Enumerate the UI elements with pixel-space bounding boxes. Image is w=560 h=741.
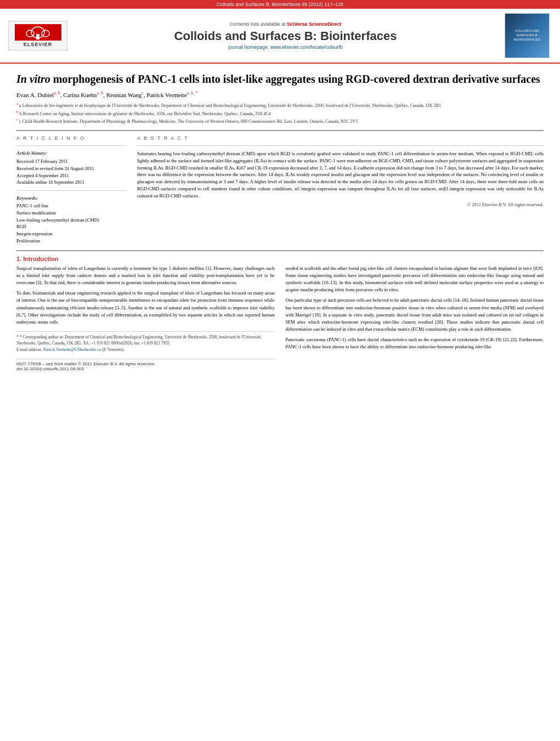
author3-name: , Rennian Wang (103, 92, 142, 98)
affil-c-text: c Child Health Research Institute, Depar… (19, 119, 358, 124)
article-info-column: A R T I C L E I N F O Article history: R… (16, 135, 126, 245)
email-person: (P. Vermette). (102, 347, 125, 352)
journal-center-info: Contents lists available at SciVerse Sci… (69, 21, 502, 50)
section1-title: 1. Introduction (16, 256, 544, 262)
keyword-3: Low-fouling carboxymethyl dextran (CMD) (16, 217, 126, 224)
keywords-label: Keywords: (16, 195, 126, 201)
author4-sup: a, b, * (187, 90, 198, 95)
keyword-5: Integrin expression (16, 230, 126, 237)
body-col-left: Surgical transplantation of islets of La… (16, 265, 275, 371)
main-divider (16, 130, 544, 131)
keyword-4: RGD (16, 223, 126, 230)
svg-point-3 (42, 30, 49, 37)
intro-para2: To date, biomaterials and tissue enginee… (16, 290, 275, 326)
available-date: Available online 16 September 2011 (16, 179, 126, 186)
elsevier-tree-icon (21, 26, 54, 39)
elsevier-logo-graphic (15, 24, 61, 41)
homepage-url: www.elsevier.com/locate/colsurfb (270, 44, 343, 50)
footnote-email: E-mail address: Patrick.Vermette@USherbr… (16, 347, 275, 353)
elsevier-logo: ELSEVIER (8, 21, 67, 50)
keyword-1: PANC-1 cell line (16, 202, 126, 210)
footnotes: * * Corresponding author at: Department … (16, 331, 275, 353)
journal-homepage: journal homepage: www.elsevier.com/locat… (69, 44, 502, 50)
journal-cover-image: COLLOIDS AND SURFACES B: BIOINTERFACES (505, 13, 550, 58)
footnote-star: * * Corresponding author at: Department … (16, 335, 275, 346)
authors-line: Evan A. Dubiela, b, Carina Kuehna, b, Re… (16, 90, 544, 98)
history-label: Article history: (16, 150, 126, 156)
affil-c: c c Child Health Research Institute, Dep… (16, 117, 544, 125)
svg-point-2 (26, 30, 34, 37)
journal-title: Colloids and Surfaces B: Biointerfaces (69, 29, 502, 43)
contents-text: Contents lists available at (229, 21, 285, 27)
affil-b-sup: b (16, 110, 19, 114)
cover-line1: COLLOIDS AND (514, 29, 540, 33)
footer-issn: 0927-7765/$ – see front matter © 2011 El… (16, 361, 155, 366)
sciverse-link: Contents lists available at SciVerse Sci… (69, 21, 502, 27)
footer-doi: doi:10.1016/j.colsurfb.2011.09.003 (16, 366, 275, 371)
title-italic-part: In vitro (16, 73, 50, 85)
abstract-divider (137, 145, 544, 146)
title-normal-part: morphogenesis of PANC-1 cells into islet… (50, 73, 540, 85)
author1-sup: a, b (54, 90, 60, 95)
keyword-6: Proliferation (16, 237, 126, 245)
body-col-right-text: seeded in scaffolds and the other foetal… (286, 265, 544, 351)
abstract-heading: A B S T R A C T (137, 135, 544, 141)
intro-para5: Pancreatic carcinoma (PANC-1) cells have… (286, 336, 544, 350)
affil-b: b b Research Centre on Aging, Institut u… (16, 110, 544, 117)
author2-name: , Carina Kuehn (60, 92, 97, 98)
email-address: Patrick.Vermette@USherbrooke.ca (43, 347, 101, 352)
email-label: E-mail address: (16, 347, 42, 352)
footnote-star-text: * Corresponding author at: Department of… (16, 335, 262, 346)
journal-header: ELSEVIER Contents lists available at Sci… (0, 9, 560, 64)
author2-sup: a, b (97, 90, 104, 95)
body-col-left-text: Surgical transplantation of islets of La… (16, 265, 275, 326)
keyword-2: Surface modification (16, 210, 126, 217)
page-wrapper: Colloids and Surfaces B: Biointerfaces 8… (0, 0, 560, 741)
doi-text: doi:10.1016/j.colsurfb.2011.09.003 (16, 366, 84, 371)
intro-para1: Surgical transplantation of islets of La… (16, 265, 275, 287)
elsevier-text: ELSEVIER (24, 42, 53, 47)
revised-date: Received in revised form 31 August 2011 (16, 165, 126, 172)
author1-name: Evan A. Dubiel (16, 92, 54, 98)
elsevier-logo-area: ELSEVIER (8, 21, 69, 50)
abstract-text: Substrates bearing low-fouling carboxyme… (137, 150, 544, 199)
accepted-date: Accepted 4 September 2011 (16, 172, 126, 179)
main-content: In vitro morphogenesis of PANC-1 cells i… (0, 64, 560, 380)
section1: 1. Introduction Surgical transplantation… (16, 256, 544, 371)
intro-para3: seeded in scaffolds and the other foetal… (286, 265, 544, 294)
cover-line2: SURFACES B: (514, 33, 540, 38)
section1-number: 1. (16, 256, 21, 262)
affil-c-sup: c (16, 117, 18, 122)
body-divider (16, 250, 544, 251)
journal-issue-info: Colloids and Surfaces B: Biointerfaces 8… (217, 2, 344, 7)
keywords-divider (16, 190, 126, 191)
info-abstract-columns: A R T I C L E I N F O Article history: R… (16, 135, 544, 245)
journal-logo-right: COLLOIDS AND SURFACES B: BIOINTERFACES (502, 13, 552, 58)
journal-cover-text: COLLOIDS AND SURFACES B: BIOINTERFACES (511, 26, 543, 44)
received-date: Received 17 February 2011 (16, 158, 126, 165)
article-info-heading: A R T I C L E I N F O (16, 135, 126, 141)
affiliations: a a Laboratoire de bio-ingénierie et de … (16, 101, 544, 125)
author4-name: , Patrick Vermette (144, 92, 187, 98)
affil-a-sup: a (16, 101, 18, 106)
info-divider (16, 145, 126, 146)
affil-a-text: a Laboratoire de bio-ingénierie et de bi… (19, 103, 441, 108)
section1-heading: Introduction (23, 256, 58, 262)
top-bar: Colloids and Surfaces B: Biointerfaces 8… (0, 0, 560, 9)
body-col-right: seeded in scaffolds and the other foetal… (286, 265, 544, 371)
sciverse-name: SciVerse ScienceDirect (287, 21, 342, 27)
copyright-line: © 2011 Elsevier B.V. All rights reserved… (137, 202, 544, 207)
intro-para4: One particular type of such precursor ce… (286, 297, 544, 333)
affil-b-text: b Research Centre on Aging, Institut uni… (20, 111, 271, 116)
affil-a: a a Laboratoire de bio-ingénierie et de … (16, 101, 544, 109)
footer-bar: 0927-7765/$ – see front matter © 2011 El… (16, 359, 275, 366)
abstract-column: A B S T R A C T Substrates bearing low-f… (137, 135, 544, 245)
article-title: In vitro morphogenesis of PANC-1 cells i… (16, 72, 544, 86)
section1-body-columns: Surgical transplantation of islets of La… (16, 265, 544, 371)
cover-line3: BIOINTERFACES (514, 38, 540, 42)
homepage-label: journal homepage: (228, 44, 269, 50)
